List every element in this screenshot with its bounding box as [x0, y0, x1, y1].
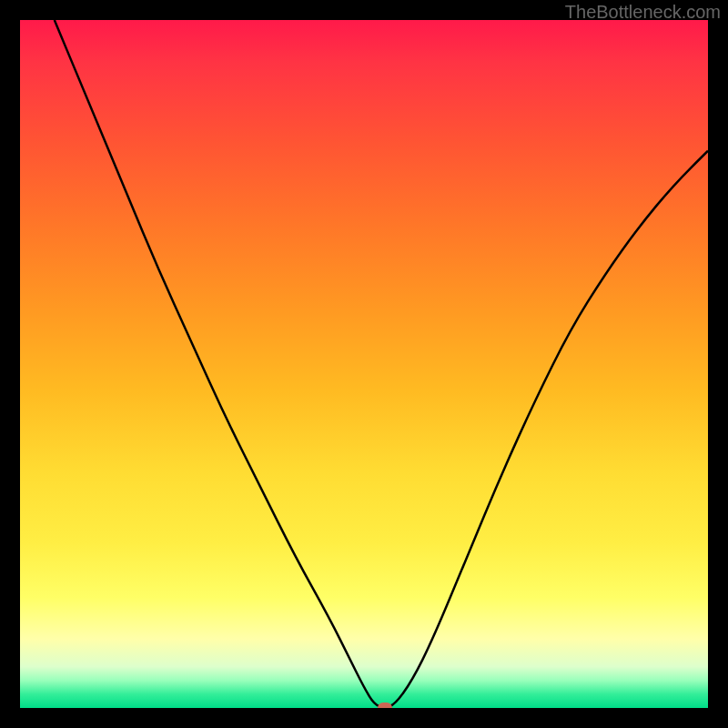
- optimal-marker-icon: [378, 703, 392, 708]
- watermark-text: TheBottleneck.com: [565, 2, 721, 23]
- plot-area: [20, 20, 708, 708]
- chart-container: TheBottleneck.com: [0, 0, 728, 728]
- curve-svg: [20, 20, 708, 708]
- bottleneck-curve: [55, 20, 708, 707]
